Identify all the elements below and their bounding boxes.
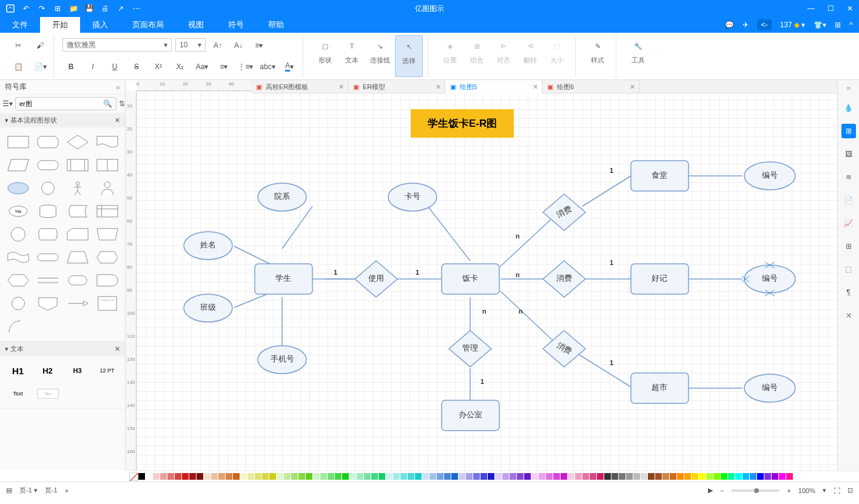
send-icon[interactable]: ✈ <box>743 21 749 29</box>
page-tab[interactable]: 页-1 <box>45 486 58 495</box>
image-panel-icon[interactable]: 🖼 <box>841 147 856 161</box>
color-swatch[interactable] <box>662 473 669 480</box>
shape-manual[interactable] <box>94 224 120 244</box>
color-swatch[interactable] <box>430 473 436 480</box>
color-swatch[interactable] <box>590 473 596 480</box>
color-swatch[interactable] <box>757 473 764 480</box>
color-swatch[interactable] <box>153 473 160 480</box>
color-swatch[interactable] <box>728 473 735 480</box>
color-swatch[interactable] <box>524 473 531 480</box>
color-swatch[interactable] <box>408 473 414 480</box>
search-input[interactable]: 🔍 <box>15 97 116 110</box>
color-swatch[interactable] <box>364 473 371 480</box>
collapse-left-icon[interactable]: « <box>116 83 120 92</box>
maximize-icon[interactable]: ☐ <box>826 4 835 13</box>
line-spacing-icon[interactable]: ≡▾ <box>215 59 232 74</box>
comment-icon[interactable]: 💬 <box>725 21 734 29</box>
shape-arrow[interactable] <box>64 294 90 313</box>
color-swatch[interactable] <box>575 473 582 480</box>
shape-offpage[interactable] <box>35 294 61 313</box>
page-selector[interactable]: 页-1 ▾ <box>19 486 38 495</box>
search-icon[interactable]: 🔍 <box>103 99 112 108</box>
color-swatch[interactable] <box>182 473 189 480</box>
tool-connector[interactable]: ↘连接线 <box>365 35 395 77</box>
shape-document[interactable] <box>94 132 120 152</box>
shape-pt[interactable]: 12 PT <box>94 361 120 380</box>
shape-capsule[interactable] <box>35 155 61 175</box>
color-swatch[interactable] <box>379 473 385 480</box>
color-swatch[interactable] <box>531 473 538 480</box>
color-swatch[interactable] <box>167 473 174 480</box>
color-swatch[interactable] <box>684 473 691 480</box>
color-swatch[interactable] <box>146 473 152 480</box>
color-swatch[interactable] <box>233 473 240 480</box>
color-swatch[interactable] <box>240 473 247 480</box>
color-swatch[interactable] <box>713 473 720 480</box>
color-swatch[interactable] <box>502 473 509 480</box>
color-swatch[interactable] <box>393 473 400 480</box>
eyedropper-icon[interactable]: 💧 <box>841 101 856 115</box>
color-swatch[interactable] <box>320 473 327 480</box>
font-decrease-icon[interactable]: A↓ <box>230 38 247 53</box>
collapse-ribbon-icon[interactable]: ^ <box>849 21 853 29</box>
color-swatch[interactable] <box>539 473 545 480</box>
color-swatch[interactable] <box>175 473 181 480</box>
font-increase-icon[interactable]: A↑ <box>209 38 226 53</box>
menu-start[interactable]: 开始 <box>40 17 80 33</box>
color-swatch[interactable] <box>721 473 727 480</box>
zoom-value[interactable]: 100% <box>798 487 815 494</box>
color-swatch[interactable] <box>328 473 334 480</box>
doc-tab-draw6[interactable]: ▣绘图6✕ <box>542 80 639 93</box>
menu-symbol[interactable]: 符号 <box>216 17 256 33</box>
shape-storage[interactable] <box>94 155 120 175</box>
color-swatch[interactable] <box>568 473 574 480</box>
color-swatch[interactable] <box>488 473 494 480</box>
size-select[interactable]: 10▾ <box>175 38 206 52</box>
shape-parallelogram[interactable] <box>5 155 31 175</box>
shape-actor[interactable] <box>64 178 90 198</box>
shape-connector[interactable] <box>5 294 31 313</box>
color-swatch[interactable] <box>204 473 211 480</box>
shape-delay[interactable] <box>94 270 120 290</box>
color-swatch[interactable] <box>269 473 276 480</box>
color-swatch[interactable] <box>750 473 756 480</box>
shape-circle2[interactable] <box>5 224 31 244</box>
color-swatch[interactable] <box>480 473 487 480</box>
color-swatch[interactable] <box>371 473 378 480</box>
paste-icon[interactable]: 📄▾ <box>32 59 49 74</box>
color-swatch[interactable] <box>306 473 312 480</box>
no-fill-icon[interactable] <box>129 472 138 481</box>
color-swatch[interactable] <box>437 473 443 480</box>
shape-roundrect[interactable] <box>35 132 61 152</box>
shape-predef[interactable] <box>64 155 90 175</box>
color-swatch[interactable] <box>692 473 698 480</box>
color-swatch[interactable] <box>604 473 611 480</box>
color-swatch[interactable] <box>189 473 196 480</box>
shape-text[interactable]: Text <box>5 384 31 403</box>
color-swatch[interactable] <box>226 473 232 480</box>
lib-section-text[interactable]: ▾ 文本✕ <box>0 341 125 356</box>
case-icon[interactable]: Aa▾ <box>194 59 211 74</box>
shape-rect[interactable] <box>5 132 31 152</box>
close-tab-icon[interactable]: ✕ <box>533 83 538 91</box>
font-select[interactable]: 微软雅黑▾ <box>62 38 172 52</box>
grid-panel-icon[interactable]: ⊞ <box>841 124 856 138</box>
color-swatch[interactable] <box>495 473 502 480</box>
color-swatch[interactable] <box>546 473 553 480</box>
new-icon[interactable]: ⊞ <box>53 4 62 13</box>
shape-h2[interactable]: H2 <box>35 361 61 380</box>
color-swatch[interactable] <box>160 473 167 480</box>
close-tab-icon[interactable]: ✕ <box>339 83 344 91</box>
color-swatch[interactable] <box>561 473 567 480</box>
color-swatch[interactable] <box>611 473 618 480</box>
points-badge[interactable]: 137 ◆ ▾ <box>780 21 806 29</box>
fullscreen-icon[interactable]: ⛶ <box>834 487 840 494</box>
shape-note[interactable]: Drag the side <box>94 294 120 313</box>
color-swatch[interactable] <box>786 473 793 480</box>
shape-h1[interactable]: H1 <box>5 361 31 380</box>
color-swatch[interactable] <box>582 473 589 480</box>
shape-terminator[interactable] <box>35 247 61 267</box>
font-color-icon[interactable]: A▾ <box>281 59 298 74</box>
shape-line[interactable] <box>35 270 61 290</box>
copy-icon[interactable]: 📋 <box>10 59 27 74</box>
